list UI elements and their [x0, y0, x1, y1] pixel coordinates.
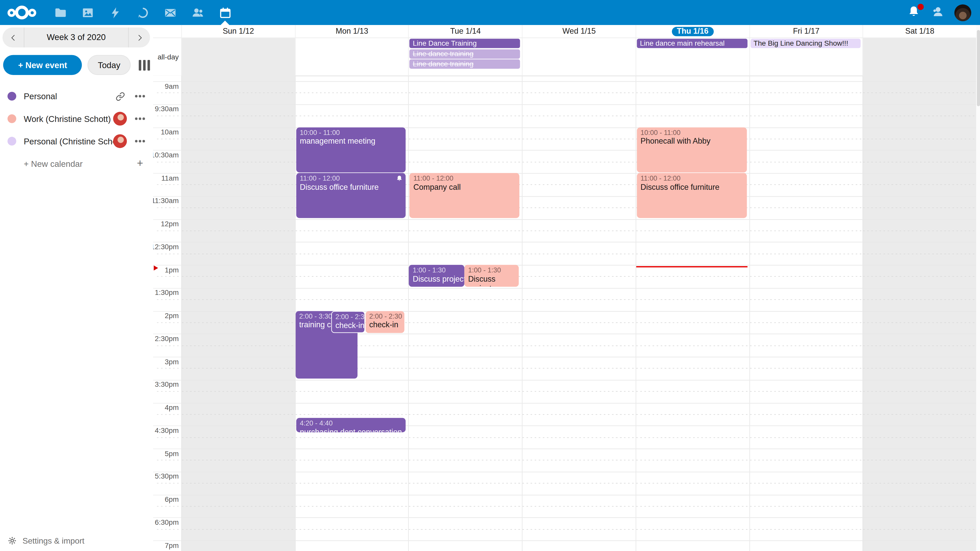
event-time: 10:00 - 11:00	[300, 128, 402, 137]
day-column[interactable]	[749, 76, 862, 551]
all-day-cell[interactable]	[181, 38, 295, 76]
new-calendar-label[interactable]: + New calendar	[24, 159, 134, 168]
calendar-actions-menu-icon[interactable]	[135, 118, 146, 120]
event-time: 11:00 - 12:00	[414, 174, 516, 183]
contacts-menu-icon[interactable]	[931, 5, 946, 20]
day-header-mon[interactable]: Mon 1/13	[295, 25, 408, 38]
day-column[interactable]: 10:00 - 11:00Phonecall with Abby11:00 - …	[635, 76, 749, 551]
today-button[interactable]: Today	[88, 55, 130, 75]
new-calendar-row[interactable]: + New calendar+	[0, 152, 153, 175]
app-calendar[interactable]	[211, 0, 239, 25]
notifications-bell-icon[interactable]	[907, 5, 922, 20]
all-day-cell[interactable]	[295, 38, 408, 76]
event-title: check-in	[369, 321, 401, 330]
calendar-color-dot	[7, 137, 16, 145]
day-header-sat[interactable]: Sat 1/18	[862, 25, 976, 38]
event-title: Discuss office furniture	[641, 183, 743, 192]
share-link-icon[interactable]	[113, 92, 127, 101]
event-time: 1:00 - 1:30	[468, 266, 515, 275]
time-label: 5pm	[165, 449, 179, 457]
all-day-cell[interactable]	[522, 38, 635, 76]
app-photos[interactable]	[74, 0, 101, 25]
sidebar-calendar-item[interactable]: Personal (Christine Scho...	[0, 130, 153, 152]
previous-week-button[interactable]	[3, 27, 24, 48]
day-column[interactable]: 11:00 - 12:00Company call1:00 - 1:30Disc…	[408, 76, 522, 551]
event-block[interactable]: 11:00 - 12:00Discuss office furniture	[296, 173, 406, 218]
next-week-button[interactable]	[129, 27, 150, 48]
all-day-cell[interactable]: Line dance main rehearsal	[635, 38, 749, 76]
calendar-actions-menu-icon[interactable]	[135, 95, 146, 97]
calendar-color-dot	[7, 114, 16, 123]
all-day-event[interactable]: Line dance training	[410, 49, 520, 59]
day-header-label: Fri 1/17	[793, 27, 819, 35]
event-block[interactable]: 2:00 - 2:30check-in	[331, 311, 365, 333]
app-launcher	[46, 0, 239, 25]
now-arrow-icon	[154, 265, 158, 271]
folder-icon	[53, 6, 66, 19]
week-label[interactable]: Week 3 of 2020	[24, 27, 129, 48]
calendar-name: Personal (Christine Scho...	[24, 137, 113, 146]
week-view-toggle-icon[interactable]	[138, 60, 150, 70]
current-time-line	[636, 266, 747, 268]
day-header-label: Sun 1/12	[223, 27, 254, 35]
event-block[interactable]: 1:00 - 1:30Discuss project announcement	[464, 265, 518, 287]
event-title: check-in	[335, 321, 360, 330]
new-event-button[interactable]: + New event	[3, 55, 82, 75]
all-day-event[interactable]: Line Dance Training	[410, 39, 520, 48]
day-header-fri[interactable]: Fri 1/17	[749, 25, 862, 38]
event-time: 4:20 - 4:40	[300, 419, 402, 427]
scrollbar-thumb[interactable]	[977, 30, 980, 106]
day-header-thu[interactable]: Thu 1/16	[635, 25, 749, 38]
all-day-row: all-day Line Dance TrainingLine dance tr…	[153, 38, 976, 76]
app-talk[interactable]	[129, 0, 156, 25]
notification-badge	[918, 4, 924, 10]
day-column[interactable]	[862, 76, 976, 551]
time-label: 2:30pm	[155, 335, 179, 342]
event-title: Phonecall with Abby	[641, 137, 743, 146]
user-avatar[interactable]	[955, 4, 971, 21]
time-label: 6pm	[165, 495, 179, 503]
event-time: 2:00 - 2:30	[335, 313, 360, 321]
sidebar-calendar-item[interactable]: Work (Christine Schott)	[0, 107, 153, 130]
owner-avatar	[113, 135, 127, 148]
plus-icon[interactable]: +	[135, 157, 146, 170]
event-block[interactable]: 4:20 - 4:40purchasing dept conversation	[296, 418, 406, 432]
time-label: 11:30am	[153, 197, 179, 204]
app-mail[interactable]	[156, 0, 184, 25]
settings-and-import[interactable]: Settings & import	[0, 530, 84, 551]
event-block[interactable]: 11:00 - 12:00Discuss office furniture	[637, 173, 746, 218]
time-label: 4pm	[165, 403, 179, 411]
event-time: 2:00 - 2:30	[369, 312, 401, 321]
event-block[interactable]: 10:00 - 11:00management meeting	[296, 127, 406, 172]
all-day-cell[interactable]: Line Dance TrainingLine dance trainingLi…	[408, 38, 522, 76]
all-day-event[interactable]: The Big Line Dancing Show!!!	[750, 39, 861, 48]
app-activity[interactable]	[101, 0, 129, 25]
app-files[interactable]	[46, 0, 74, 25]
event-block[interactable]: 1:00 - 1:30Discuss project announcement	[409, 265, 465, 287]
all-day-event[interactable]: Line dance training	[410, 59, 520, 69]
day-header-corner	[153, 25, 181, 38]
all-day-cell[interactable]	[862, 38, 976, 76]
day-column[interactable]: 10:00 - 11:00management meeting11:00 - 1…	[295, 76, 408, 551]
calendar-actions-menu-icon[interactable]	[135, 140, 146, 142]
time-label: 9:30am	[155, 105, 179, 113]
event-block[interactable]: 2:00 - 2:30check-in	[366, 311, 404, 333]
all-day-cell[interactable]: The Big Line Dancing Show!!!	[749, 38, 862, 76]
calendar-list: PersonalWork (Christine Schott)Personal …	[0, 85, 153, 175]
time-label: 9am	[165, 82, 179, 89]
event-block[interactable]: 10:00 - 11:00Phonecall with Abby	[637, 127, 746, 172]
day-header-tue[interactable]: Tue 1/14	[408, 25, 522, 38]
nextcloud-logo-icon[interactable]	[7, 4, 36, 21]
app-contacts[interactable]	[184, 0, 211, 25]
vertical-scrollbar[interactable]	[976, 25, 980, 551]
event-title: Discuss project announcement	[413, 275, 460, 284]
sidebar-calendar-item[interactable]: Personal	[0, 85, 153, 107]
day-header-wed[interactable]: Wed 1/15	[522, 25, 635, 38]
event-block[interactable]: 11:00 - 12:00Company call	[410, 173, 519, 218]
day-column[interactable]	[181, 76, 295, 551]
all-day-event[interactable]: Line dance main rehearsal	[637, 39, 747, 48]
day-column[interactable]	[522, 76, 635, 551]
day-header-sun[interactable]: Sun 1/12	[181, 25, 295, 38]
owner-avatar	[113, 112, 127, 125]
day-columns: 10:00 - 11:00management meeting11:00 - 1…	[181, 76, 976, 551]
